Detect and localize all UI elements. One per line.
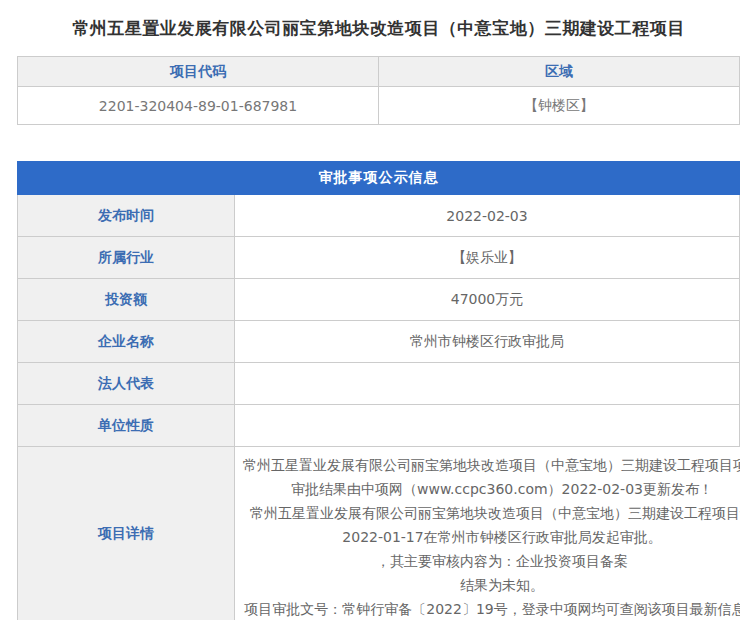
region-value: 【钟楼区】 <box>378 87 739 124</box>
investment-label: 投资额 <box>18 279 235 320</box>
legal-representative-value <box>235 363 739 404</box>
unit-nature-value <box>235 405 739 446</box>
company-name-label: 企业名称 <box>18 321 235 362</box>
company-name-value: 常州市钟楼区行政审批局 <box>235 321 739 362</box>
info-table-value-row: 2201-320404-89-01-687981 【钟楼区】 <box>18 87 739 124</box>
project-detail-label: 项目详情 <box>18 447 235 620</box>
project-detail-line: 常州五星置业发展有限公司丽宝第地块改造项目（中意宝地）三期建设工程项目于 <box>250 501 740 525</box>
legal-representative-label: 法人代表 <box>18 363 235 404</box>
table-row: 所属行业 【娱乐业】 <box>18 236 739 278</box>
industry-value: 【娱乐业】 <box>235 237 739 278</box>
project-detail-line: ，其主要审核内容为：企业投资项目备案 <box>376 549 628 573</box>
table-row: 单位性质 <box>18 404 739 446</box>
publish-date-label: 发布时间 <box>18 195 235 236</box>
info-table-header-row: 项目代码 区域 <box>18 57 739 87</box>
project-detail-line: 项目审批文号：常钟行审备〔2022〕19号，登录中项网均可查阅该项目最新信息！ <box>244 597 740 620</box>
approval-table: 发布时间 2022-02-03 所属行业 【娱乐业】 投资额 47000万元 企… <box>17 195 740 620</box>
unit-nature-label: 单位性质 <box>18 405 235 446</box>
project-detail-line: 常州五星置业发展有限公司丽宝第地块改造项目（中意宝地）三期建设工程项目项目 <box>243 453 740 477</box>
project-detail-line: 结果为未知。 <box>460 573 544 597</box>
project-code-value: 2201-320404-89-01-687981 <box>18 87 378 124</box>
table-row: 发布时间 2022-02-03 <box>18 195 739 236</box>
table-row: 企业名称 常州市钟楼区行政审批局 <box>18 320 739 362</box>
table-row: 法人代表 <box>18 362 739 404</box>
table-row: 投资额 47000万元 <box>18 278 739 320</box>
approval-section-header: 审批事项公示信息 <box>17 161 740 195</box>
page-title: 常州五星置业发展有限公司丽宝第地块改造项目（中意宝地）三期建设工程项目 <box>17 0 740 56</box>
section-spacer <box>0 125 740 161</box>
project-approval-page: 常州五星置业发展有限公司丽宝第地块改造项目（中意宝地）三期建设工程项目 项目代码… <box>0 0 740 620</box>
investment-value: 47000万元 <box>235 279 739 320</box>
approval-info-section: 审批事项公示信息 发布时间 2022-02-03 所属行业 【娱乐业】 投资额 … <box>17 161 740 620</box>
project-info-table: 项目代码 区域 2201-320404-89-01-687981 【钟楼区】 <box>17 56 740 125</box>
industry-label: 所属行业 <box>18 237 235 278</box>
table-row: 项目详情 常州五星置业发展有限公司丽宝第地块改造项目（中意宝地）三期建设工程项目… <box>18 446 739 620</box>
project-detail-line: 审批结果由中项网（www.ccpc360.com）2022-02-03更新发布！ <box>291 477 713 501</box>
project-code-header: 项目代码 <box>18 57 378 86</box>
region-header: 区域 <box>378 57 739 86</box>
publish-date-value: 2022-02-03 <box>235 195 739 236</box>
project-detail-line: 2022-01-17在常州市钟楼区行政审批局发起审批。 <box>342 525 661 549</box>
project-detail-value: 常州五星置业发展有限公司丽宝第地块改造项目（中意宝地）三期建设工程项目项目 审批… <box>235 447 740 620</box>
